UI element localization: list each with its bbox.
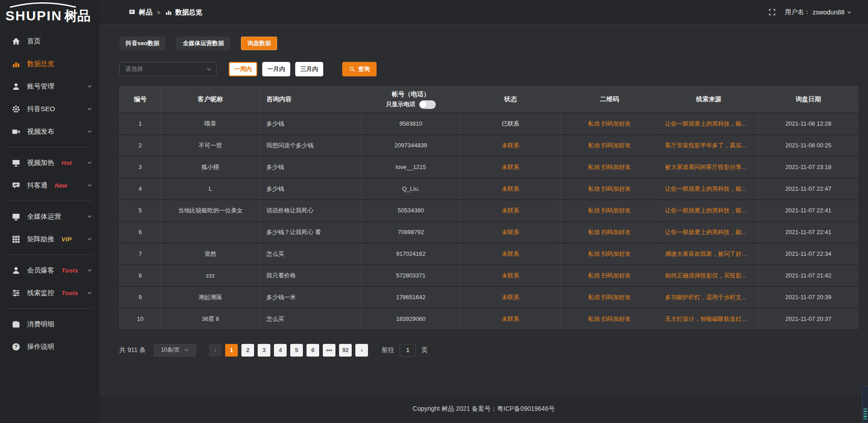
monitor-icon (12, 212, 20, 221)
filter-select[interactable]: 请选择 (119, 62, 217, 76)
phone-only-toggle[interactable] (419, 100, 436, 109)
qrcode-link[interactable]: 私信 (588, 294, 600, 301)
page-ellipsis[interactable]: ••• (323, 344, 335, 357)
logo-arc (7, 2, 79, 8)
chevron-down-icon (87, 268, 92, 273)
sidebar-item-data-overview[interactable]: 数据总览 (0, 52, 99, 75)
qrcode-link[interactable]: 扫码加好友 (601, 207, 631, 214)
qrcode-link[interactable]: 私信 (588, 120, 600, 127)
goto-page-input[interactable] (400, 344, 416, 357)
cell-content: 我只看价格 (260, 265, 361, 287)
content: 抖音seo数据全媒体运营数据询盘数据 请选择 一周内一月内三月内 查询 编号客户… (99, 25, 868, 394)
page-button-6[interactable]: 6 (307, 344, 319, 357)
qrcode-link[interactable]: 扫码加好友 (601, 272, 631, 279)
cell-date: 2021-11-08 12:28 (759, 113, 858, 135)
qrcode-link[interactable]: 私信 (588, 250, 600, 257)
qrcode-link[interactable]: 扫码加好友 (601, 142, 631, 149)
sidebar-item-matrix-boost[interactable]: 矩阵助推VIP (0, 228, 99, 250)
cell-no: 5 (120, 200, 161, 221)
cell-account: love__1215 (361, 156, 460, 178)
sidebar-divider (7, 308, 92, 309)
fullscreen-icon[interactable] (769, 9, 776, 16)
table-header-row: 编号客户昵称咨询内容帐号（电话）只显示电话状态二维码线索来源询盘日期 (120, 87, 858, 113)
sidebar-item-douketong[interactable]: 抖客通New (0, 174, 99, 197)
page-button-4[interactable]: 4 (274, 344, 287, 357)
tab-media-ops-data[interactable]: 全媒体运营数据 (176, 37, 230, 50)
sidebar-item-member-baoke[interactable]: 会员爆客Tools (0, 259, 99, 282)
source-link[interactable]: 被大家追着问的客厅投影分享... (665, 164, 746, 170)
source-link[interactable]: 如何正确选择投影仪，买投影... (665, 272, 746, 279)
source-link[interactable]: 感谢大家喜欢我家，被问了好... (665, 250, 746, 257)
breadcrumb-root[interactable]: 树品 (128, 8, 152, 17)
range-button-1[interactable]: 一周内 (229, 62, 257, 76)
source-link[interactable]: 让你一眼就爱上的黑科技，能... (665, 185, 746, 192)
cell-content: 说说价格让我死心 (260, 200, 361, 221)
qrcode-link[interactable]: 扫码加好友 (601, 229, 631, 235)
next-page-button[interactable]: › (355, 344, 368, 357)
sidebar-item-video-publish[interactable]: 视频发布 (0, 120, 99, 143)
screen-icon (12, 159, 20, 167)
cell-source: 如何正确选择投影仪，买投影... (659, 265, 759, 287)
qrcode-link[interactable]: 扫码加好友 (601, 294, 631, 301)
qrcode-link[interactable]: 私信 (588, 315, 600, 322)
table-row: 9潮起潮落多少钱一米178651642未联系私信 扫码加好友多功能护栏灯，适用于… (120, 287, 858, 308)
qrcode-link[interactable]: 私信 (588, 207, 600, 214)
topbar-right: 用户名：zswodun88 (769, 8, 852, 16)
sidebar-item-douyin-seo[interactable]: 抖音SEO (0, 98, 99, 120)
qrcode-link[interactable]: 扫码加好友 (601, 185, 631, 192)
qrcode-link[interactable]: 私信 (588, 164, 600, 170)
cell-nickname: 当地比较能吃的一位美女 (161, 200, 260, 221)
qrcode-link[interactable]: 扫码加好友 (601, 164, 631, 170)
qrcode-link[interactable]: 私信 (588, 229, 600, 235)
cell-account: 9583810 (361, 113, 460, 135)
page-button-5[interactable]: 5 (290, 344, 303, 357)
qrcode-link[interactable]: 扫码加好友 (601, 315, 631, 322)
status-badge: 未联系 (502, 207, 519, 214)
range-button-2[interactable]: 一月内 (262, 62, 290, 76)
sidebar-item-home[interactable]: 首页 (0, 30, 99, 52)
app-logo[interactable]: SHUPIN 树品 (0, 0, 99, 28)
sidebar-item-account-management[interactable]: 账号管理 (0, 75, 99, 98)
cell-status: 未联系 (461, 287, 560, 308)
sidebar-item-video-heat[interactable]: 视频加热Hot (0, 151, 99, 174)
source-link[interactable]: 让你一眼就爱上的黑科技，能... (665, 120, 746, 127)
tab-douyin-seo-data[interactable]: 抖音seo数据 (119, 37, 165, 50)
chevron-right-icon: › (361, 347, 363, 353)
user-menu[interactable]: 用户名：zswodun88 (785, 8, 852, 16)
page-button-2[interactable]: 2 (241, 344, 254, 357)
source-link[interactable]: 无主灯设计，智能磁吸轨道灯... (665, 315, 746, 322)
filter-bar: 请选择 一周内一月内三月内 查询 (119, 62, 858, 76)
qrcode-link[interactable]: 私信 (588, 142, 600, 149)
page-button-92[interactable]: 92 (339, 344, 352, 357)
cell-content: 多少钱 (260, 156, 361, 178)
cell-source: 让你一眼就爱上的黑科技，能... (659, 200, 759, 221)
page-size-select[interactable]: 10条/页 (154, 344, 196, 357)
sidebar-nav: 首页数据总览账号管理抖音SEO视频发布视频加热Hot抖客通New全媒体运营矩阵助… (0, 28, 99, 358)
page-button-3[interactable]: 3 (258, 344, 270, 357)
logo-cn: 树品 (64, 7, 90, 25)
qrcode-link[interactable]: 私信 (588, 272, 600, 279)
sidebar-item-clue-monitor[interactable]: 线索监控Tools (0, 282, 99, 304)
copyright-text: Copyright 树品 2021 备案号：粤ICP备09019646号 (413, 405, 555, 413)
tab-inquiry-data[interactable]: 询盘数据 (241, 37, 277, 50)
source-link[interactable]: 让你一眼就爱上的黑科技，能... (665, 229, 746, 235)
source-link[interactable]: 多功能护栏灯，适用于乡村文... (665, 294, 746, 301)
qrcode-link[interactable]: 扫码加好友 (601, 120, 631, 127)
source-link[interactable]: 让你一眼就爱上的黑科技，能... (665, 207, 746, 214)
sidebar-divider (7, 254, 92, 255)
sidebar-item-consumption-detail[interactable]: 消费明细 (0, 313, 99, 335)
cell-source: 让你一眼就爱上的黑科技，能... (659, 178, 759, 200)
source-link[interactable]: 客厅安装投影半年多了，真实... (665, 142, 746, 149)
page-button-1[interactable]: 1 (225, 344, 238, 357)
search-button[interactable]: 查询 (342, 62, 377, 76)
cell-date: 2021-11-07 21:42 (759, 265, 858, 287)
cell-status: 未联系 (461, 221, 560, 243)
qrcode-link[interactable]: 扫码加好友 (601, 250, 631, 257)
cell-nickname: 哦章 (161, 113, 260, 135)
sidebar-item-media-operation[interactable]: 全媒体运营 (0, 205, 99, 228)
sidebar-item-operation-guide[interactable]: ?操作说明 (0, 335, 99, 358)
qrcode-link[interactable]: 私信 (588, 185, 600, 192)
range-button-3[interactable]: 三月内 (295, 62, 323, 76)
prev-page-button[interactable]: ‹ (209, 344, 222, 357)
cell-account: 178651642 (361, 287, 460, 308)
